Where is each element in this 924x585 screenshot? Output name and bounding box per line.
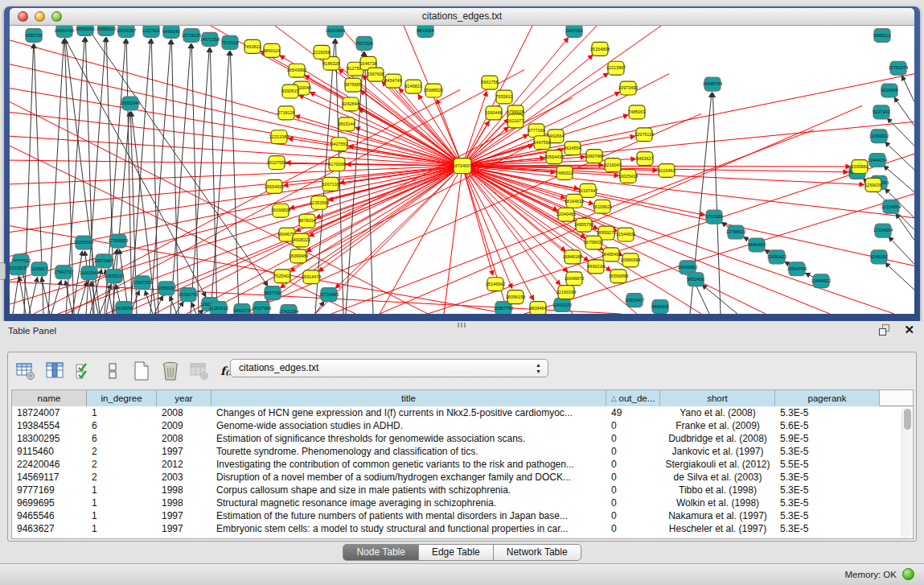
graph-node[interactable]: 13796520 bbox=[726, 225, 745, 239]
graph-node[interactable]: 16959407 bbox=[625, 294, 644, 307]
graph-node[interactable]: 1595882 bbox=[851, 160, 868, 174]
network-graph[interactable]: 4355724206914061855026115858160106532871… bbox=[10, 26, 914, 314]
graph-node[interactable]: 9329966 bbox=[881, 84, 897, 97]
graph-node[interactable]: 6497568 bbox=[533, 136, 550, 150]
table-row[interactable]: 1830029562008Estimation of significance … bbox=[12, 432, 913, 445]
graph-node[interactable]: 2687682 bbox=[565, 26, 582, 37]
graph-node[interactable]: 9242844 bbox=[342, 97, 359, 111]
graph-node[interactable]: 4355724 bbox=[25, 28, 42, 42]
table-row[interactable]: 2242004622012Investigating the contribut… bbox=[12, 458, 913, 471]
graph-node[interactable]: 12213383 bbox=[269, 130, 289, 144]
close-panel-icon[interactable]: ✕ bbox=[904, 323, 914, 337]
graph-node[interactable]: 8878334 bbox=[298, 214, 315, 228]
graph-node[interactable]: 15716485 bbox=[319, 288, 339, 302]
graph-node[interactable]: 16944799 bbox=[787, 262, 807, 276]
graph-node[interactable]: 9852406 bbox=[687, 273, 704, 286]
graph-node[interactable]: 6466140 bbox=[162, 26, 179, 38]
tab-network-table[interactable]: Network Table bbox=[494, 544, 581, 561]
table-row[interactable]: 977716911998Corpus callosum shape and si… bbox=[12, 484, 913, 496]
graph-node[interactable]: 10896994 bbox=[621, 253, 640, 267]
graph-node[interactable]: 18107554 bbox=[267, 156, 286, 170]
graph-node[interactable]: 1269035 bbox=[864, 178, 881, 192]
graph-node[interactable]: 9857791 bbox=[264, 286, 281, 300]
graph-node[interactable]: 9840463 bbox=[748, 238, 765, 252]
graph-node[interactable]: 7955812 bbox=[495, 90, 512, 104]
graph-node[interactable]: 4170098 bbox=[328, 158, 345, 171]
graph-node[interactable]: 18550261 bbox=[76, 26, 95, 35]
graph-node[interactable]: 12160199 bbox=[556, 286, 576, 299]
network-window-titlebar[interactable]: citations_edges.txt bbox=[10, 8, 914, 26]
graph-node[interactable]: 10691422 bbox=[767, 250, 786, 264]
graph-node[interactable]: 6216043 bbox=[604, 159, 621, 172]
float-panel-icon[interactable] bbox=[879, 324, 892, 336]
graph-node[interactable]: 7463822 bbox=[244, 39, 261, 53]
table-row[interactable]: 969969511998Structural magnetic resonanc… bbox=[12, 496, 913, 509]
graph-node[interactable]: 11544909 bbox=[616, 228, 635, 241]
split-pane-grip[interactable] bbox=[458, 323, 466, 328]
column-chooser-icon[interactable] bbox=[43, 360, 66, 382]
graph-node[interactable]: 16099489 bbox=[289, 249, 308, 263]
select-columns-icon[interactable] bbox=[72, 360, 95, 382]
row-options-icon[interactable] bbox=[101, 360, 124, 382]
graph-node[interactable]: 16543962 bbox=[287, 64, 306, 77]
tab-node-table[interactable]: Node Table bbox=[343, 544, 419, 561]
table-row[interactable]: 1872400712008Changes of HCN gene express… bbox=[12, 406, 913, 419]
graph-node[interactable]: 9146821 bbox=[405, 80, 421, 93]
graph-node[interactable]: 19654935 bbox=[265, 179, 284, 193]
graph-node[interactable]: 9808484 bbox=[529, 302, 546, 314]
graph-node[interactable]: 18495491 bbox=[602, 248, 621, 262]
network-view-canvas[interactable]: 4355724206914061855026115858160106532871… bbox=[10, 26, 914, 314]
table-row[interactable]: 1938455462009Genome-wide association stu… bbox=[12, 419, 913, 432]
table-settings-icon[interactable] bbox=[14, 360, 37, 382]
graph-node[interactable]: 11283520 bbox=[209, 302, 228, 314]
graph-node[interactable]: 19166829 bbox=[271, 204, 290, 217]
graph-node[interactable]: 16914479 bbox=[302, 270, 321, 284]
graph-node[interactable]: 10807487 bbox=[585, 150, 604, 163]
graph-node[interactable]: 12444154 bbox=[868, 154, 887, 167]
graph-node[interactable]: 18724007 bbox=[453, 159, 472, 174]
graph-node[interactable]: 10402194 bbox=[279, 305, 298, 314]
graph-node[interactable]: 16758030 bbox=[584, 236, 603, 249]
graph-node[interactable]: 22040461 bbox=[556, 208, 576, 221]
graph-node[interactable]: 9427552 bbox=[331, 138, 347, 151]
graph-node[interactable]: 2803144 bbox=[338, 117, 355, 131]
column-header-year[interactable]: year bbox=[157, 390, 211, 406]
graph-node[interactable]: 1990448 bbox=[485, 106, 502, 120]
graph-node[interactable]: 10653287 bbox=[117, 26, 136, 37]
graph-node[interactable]: 7515526 bbox=[221, 35, 238, 49]
graph-node[interactable]: 6791929 bbox=[705, 210, 722, 224]
node-table[interactable]: namein_degreeyeartitle△out_de...shortpag… bbox=[11, 389, 914, 539]
graph-node[interactable]: 11431320 bbox=[552, 299, 572, 312]
graph-node[interactable]: 16566899 bbox=[609, 270, 628, 283]
graph-node[interactable]: 10958197 bbox=[157, 282, 176, 295]
graph-node[interactable]: 14955798 bbox=[574, 218, 593, 232]
graph-node[interactable]: 17104554 bbox=[873, 224, 893, 237]
graph-node[interactable]: 15858160 bbox=[97, 26, 116, 35]
graph-node[interactable]: 12975115 bbox=[634, 128, 654, 142]
graph-node[interactable]: 14671358 bbox=[200, 32, 220, 46]
tool-palette-handle[interactable] bbox=[0, 262, 6, 280]
table-row[interactable]: 1456911722003Disruption of a novel membe… bbox=[12, 471, 913, 484]
graph-node[interactable]: 10973493 bbox=[618, 81, 638, 95]
tab-edge-table[interactable]: Edge Table bbox=[419, 544, 494, 561]
graph-node[interactable]: 15146942 bbox=[486, 278, 505, 291]
table-row[interactable]: 946554611997Estimation of the future num… bbox=[12, 509, 913, 522]
graph-node[interactable]: 20053346 bbox=[121, 97, 140, 110]
graph-node[interactable]: 14938222 bbox=[291, 233, 310, 247]
graph-node[interactable]: 3624554 bbox=[564, 142, 581, 155]
column-header-pagerank[interactable]: pagerank bbox=[775, 390, 880, 406]
graph-node[interactable]: 9482276 bbox=[233, 304, 250, 314]
graph-node[interactable]: 5986212 bbox=[873, 28, 890, 42]
graph-node[interactable]: 9390615 bbox=[281, 84, 298, 98]
graph-node[interactable]: 8990228 bbox=[587, 260, 604, 274]
graph-node[interactable]: 17942737 bbox=[54, 266, 73, 279]
graph-node[interactable]: 20206536 bbox=[74, 236, 93, 249]
table-source-dropdown[interactable]: citations_edges.txt ▲▼ bbox=[230, 359, 548, 377]
graph-node[interactable]: 10944822 bbox=[811, 274, 831, 288]
graph-node[interactable]: 12213967 bbox=[606, 61, 626, 75]
delete-table-icon[interactable] bbox=[159, 360, 182, 382]
graph-node[interactable]: 9245052 bbox=[870, 250, 887, 264]
graph-node[interactable]: 12505115 bbox=[105, 270, 124, 283]
graph-node[interactable]: 8267130 bbox=[322, 177, 339, 191]
column-header-name[interactable]: name bbox=[12, 390, 87, 406]
